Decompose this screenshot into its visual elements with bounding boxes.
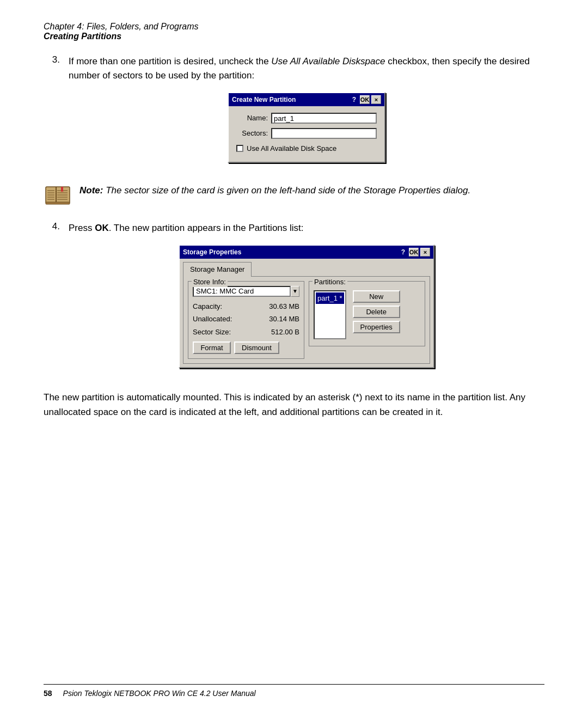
name-input[interactable] [271, 113, 377, 124]
storage-properties-dialog: Storage Properties ? OK × Storage Manage… [179, 245, 434, 368]
store-dropdown-arrow[interactable]: ▼ [291, 286, 299, 297]
storage-manager-tab[interactable]: Storage Manager [183, 262, 252, 277]
unallocated-value: 30.14 MB [269, 314, 299, 325]
create-partition-dialog-wrapper: Create New Partition ? OK × Name: [69, 92, 544, 163]
partitions-area: part_1 * New Delete Properties [314, 288, 420, 339]
create-partition-titlebar: Create New Partition ? OK × [229, 93, 384, 106]
partition-item-1[interactable]: part_1 * [316, 292, 344, 304]
storage-titlebar: Storage Properties ? OK × [180, 246, 433, 259]
storage-panels: Store Info: SMC1: MMC Card ▼ [188, 281, 425, 359]
storage-question-mark: ? [401, 247, 405, 257]
store-select-container: SMC1: MMC Card ▼ [193, 286, 299, 297]
storage-tabs: Storage Manager [180, 259, 433, 276]
content-area: 3. If more than one partition is desired… [44, 54, 544, 419]
store-select-value[interactable]: SMC1: MMC Card [193, 286, 291, 297]
sector-value: 512.00 B [271, 327, 299, 338]
name-label: Name: [236, 113, 268, 124]
step-3-text: If more than one partition is desired, u… [69, 54, 544, 173]
step-4-number: 4. [44, 221, 60, 379]
storage-dialog-wrapper: Storage Properties ? OK × Storage Manage… [69, 245, 544, 368]
properties-button[interactable]: Properties [353, 321, 400, 333]
question-mark: ? [352, 95, 356, 105]
page-footer: 58 Psion Teklogix NETBOOK PRO Win CE 4.2… [44, 684, 544, 698]
use-all-space-checkbox[interactable] [236, 145, 243, 152]
close-title-btn[interactable]: × [371, 95, 381, 104]
note-text: Note: The sector size of the card is giv… [79, 184, 470, 198]
capacity-label: Capacity: [193, 301, 222, 312]
storage-title: Storage Properties [183, 247, 241, 257]
storage-tab-content: Store Info: SMC1: MMC Card ▼ [183, 276, 430, 364]
storage-titlebar-controls: ? OK × [401, 247, 430, 257]
step4-text-before: Press [69, 223, 95, 233]
note-block: Note: The sector size of the card is giv… [44, 184, 544, 210]
svg-rect-12 [46, 202, 70, 204]
storage-ok-btn[interactable]: OK [409, 248, 419, 257]
sectors-input[interactable] [271, 128, 377, 139]
partitions-panel: Partitions: part_1 * New Delete [309, 281, 425, 359]
footer-paragraph: The new partition is automatically mount… [44, 390, 544, 419]
capacity-row: Capacity: 30.63 MB [193, 301, 299, 312]
new-button[interactable]: New [353, 290, 400, 303]
checkbox-row: Use All Available Disk Space [236, 143, 377, 154]
step3-italic: Use All Available Diskspace [271, 56, 385, 66]
unallocated-label: Unallocated: [193, 314, 232, 325]
store-info-fieldset: Store Info: SMC1: MMC Card ▼ [188, 281, 304, 359]
svg-rect-1 [56, 187, 57, 203]
create-partition-body: Name: Sectors: Use All Available Disk Sp… [229, 106, 384, 162]
footer-title: Psion Teklogix NETBOOK PRO Win CE 4.2 Us… [63, 689, 256, 698]
store-buttons-row: Format Dismount [193, 341, 299, 354]
capacity-value: 30.63 MB [269, 301, 299, 312]
chapter-title: Chapter 4: Files, Folders, and Programs [44, 22, 544, 32]
unallocated-row: Unallocated: 30.14 MB [193, 314, 299, 325]
page-number: 58 [44, 689, 52, 698]
step-3: 3. If more than one partition is desired… [44, 54, 544, 173]
partitions-list: part_1 * [314, 290, 346, 339]
create-partition-title: Create New Partition [232, 95, 296, 105]
sector-label: Sector Size: [193, 327, 231, 338]
sectors-field-row: Sectors: [236, 128, 377, 139]
note-book-icon [44, 184, 72, 210]
chapter-header: Chapter 4: Files, Folders, and Programs … [44, 22, 544, 41]
create-partition-dialog: Create New Partition ? OK × Name: [228, 92, 385, 163]
step4-text-after: . The new partition appears in the Parti… [109, 223, 304, 233]
step-3-number: 3. [44, 54, 60, 173]
use-all-space-label: Use All Available Disk Space [247, 143, 336, 154]
sectors-label: Sectors: [236, 128, 268, 139]
partitions-buttons: New Delete Properties [353, 290, 400, 339]
format-button[interactable]: Format [193, 341, 231, 354]
step-4-text: Press OK. The new partition appears in t… [69, 221, 544, 379]
step3-text-before: If more than one partition is desired, u… [69, 56, 271, 66]
store-info-legend: Store Info: [192, 277, 228, 288]
section-title: Creating Partitions [44, 32, 544, 41]
step-4: 4. Press OK. The new partition appears i… [44, 221, 544, 379]
ok-title-btn[interactable]: OK [360, 95, 370, 104]
name-field-row: Name: [236, 113, 377, 124]
note-content: The sector size of the card is given on … [106, 185, 470, 196]
partitions-legend: Partitions: [313, 277, 347, 288]
store-dropdown-row: SMC1: MMC Card ▼ [193, 286, 299, 297]
sector-row: Sector Size: 512.00 B [193, 327, 299, 338]
note-label: Note: [79, 185, 103, 196]
store-info-panel: Store Info: SMC1: MMC Card ▼ [188, 281, 304, 359]
partitions-fieldset: Partitions: part_1 * New Delete [309, 281, 425, 346]
titlebar-controls: ? OK × [352, 95, 381, 105]
dismount-button[interactable]: Dismount [234, 341, 279, 354]
delete-button[interactable]: Delete [353, 306, 400, 318]
book-svg [44, 184, 72, 208]
step4-bold: OK [95, 223, 109, 233]
storage-close-btn[interactable]: × [420, 248, 430, 257]
